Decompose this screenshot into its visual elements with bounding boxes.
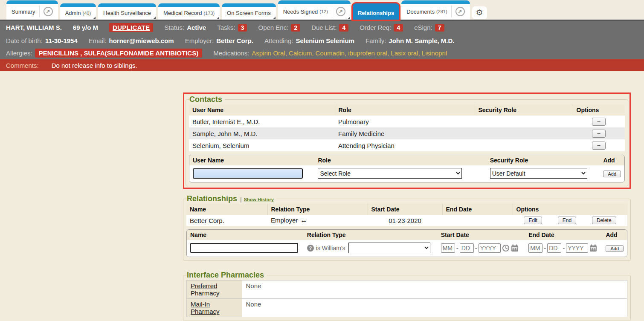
- attending-value: Selenium Selenium: [296, 37, 354, 44]
- add-contact-col-role: Role: [314, 155, 486, 165]
- contact-user-name: Butler, Internist E., M.D.: [189, 116, 335, 127]
- user-name-input[interactable]: [193, 168, 303, 179]
- remove-contact-button[interactable]: –: [592, 142, 605, 150]
- contact-role: Pulmonary: [335, 116, 475, 127]
- relation-type-select[interactable]: [348, 243, 430, 253]
- family-value: John M. Sample, M.D.: [389, 37, 454, 44]
- add-rel-col-start-date: Start Date: [438, 230, 525, 240]
- comments-label: Comments:: [6, 62, 39, 69]
- add-relationship-form: Name Relation Type Start Date End Date A…: [186, 229, 627, 257]
- tab-divider: [332, 6, 332, 17]
- menu-corner-icon: [273, 17, 276, 19]
- delete-relationship-button[interactable]: Delete: [592, 217, 616, 224]
- tab-label: On Screen Forms: [227, 10, 271, 16]
- tab-admin[interactable]: Admin (40): [60, 3, 96, 20]
- duplicate-badge[interactable]: DUPLICATE: [109, 23, 153, 32]
- tab-count: (281): [436, 9, 447, 14]
- patient-summary-row: HART, WILLIAM S. 69 y/o M DUPLICATE Stat…: [0, 20, 644, 35]
- pharmacies-section-title: Interface Pharmacies: [187, 271, 264, 280]
- show-history-link[interactable]: Show History: [244, 197, 274, 202]
- tab-label: Admin: [65, 10, 81, 16]
- table-row: Preferred Pharmacy None: [187, 281, 627, 299]
- contacts-col-security-role: Security Role: [475, 104, 573, 116]
- rel-col-name: Name: [186, 204, 267, 215]
- add-contact-col-security-role: Security Role: [487, 155, 600, 165]
- comments-value: Do not release info to siblings.: [52, 62, 137, 69]
- contact-security-role: [475, 116, 573, 127]
- remove-contact-button[interactable]: –: [592, 130, 605, 138]
- tab-health-surveillance[interactable]: Health Surveillance: [98, 3, 156, 20]
- open-new-window-icon[interactable]: ↗: [455, 7, 465, 16]
- add-relationship-button[interactable]: Add: [606, 245, 624, 252]
- dob-label: Date of birth:: [6, 37, 43, 44]
- table-row: Sample, John M., M.D. Family Medicine –: [189, 127, 625, 139]
- mail-in-pharmacy-value: None: [242, 299, 627, 317]
- contacts-section: Contacts User Name Role Security Role Op…: [186, 95, 628, 186]
- role-select[interactable]: Select Role: [318, 168, 462, 179]
- esign-count-badge[interactable]: 7: [435, 24, 444, 32]
- tab-on-screen-forms[interactable]: On Screen Forms: [222, 3, 276, 20]
- allergies-badge[interactable]: PENICILLINS , SULFA(SULFONAMIDE ANTIBIOT…: [35, 49, 202, 58]
- tab-medical-record[interactable]: Medical Record (173): [158, 3, 220, 20]
- tasks-count-badge[interactable]: 3: [238, 24, 247, 32]
- add-contact-col-add: Add: [600, 155, 624, 165]
- add-contact-button[interactable]: Add: [603, 171, 621, 177]
- start-date-day-input[interactable]: [460, 243, 474, 253]
- pharmacies-table: Preferred Pharmacy None Mail-In Pharmacy…: [186, 280, 627, 317]
- calendar-icon[interactable]: [511, 244, 519, 252]
- contacts-col-role: Role: [335, 104, 475, 116]
- open-new-window-icon[interactable]: ↗: [336, 7, 345, 16]
- tab-label: Medical Record: [163, 10, 202, 16]
- patient-name: HART, WILLIAM S.: [6, 24, 62, 31]
- edit-relationship-button[interactable]: Edit: [524, 217, 542, 224]
- allergies-label: Allergies:: [6, 49, 32, 57]
- order-req-count-badge[interactable]: 4: [394, 24, 403, 32]
- tab-needs-signed[interactable]: Needs Signed (12) ↗: [278, 0, 351, 20]
- relationships-page-content: Contacts User Name Role Security Role Op…: [183, 93, 631, 321]
- add-contact-form: User Name Role Security Role Add Select …: [189, 155, 625, 182]
- remove-contact-button[interactable]: –: [592, 118, 605, 126]
- end-relationship-button[interactable]: End: [558, 217, 576, 224]
- open-enc-label: Open Enc:: [258, 24, 288, 31]
- medications-list[interactable]: Aspirin Oral, Calcium, Coumadin, ibuprof…: [252, 49, 447, 57]
- tab-settings[interactable]: ⚙: [472, 6, 487, 19]
- status-value: Active: [187, 24, 206, 31]
- add-contact-col-user-name: User Name: [189, 155, 314, 165]
- end-date-day-input[interactable]: [547, 243, 561, 253]
- open-enc-count-badge[interactable]: 2: [291, 24, 300, 32]
- open-new-window-icon[interactable]: ↗: [44, 7, 53, 16]
- end-date-month-input[interactable]: [528, 243, 542, 253]
- due-list-label: Due List:: [311, 24, 337, 31]
- relationship-start-date: 01-23-2020: [368, 215, 442, 226]
- menu-corner-icon: [348, 17, 350, 19]
- due-list-count-badge[interactable]: 4: [339, 24, 348, 32]
- add-rel-col-name: Name: [187, 230, 304, 240]
- rel-col-end-date: End Date: [442, 204, 513, 215]
- patient-details-row: Date of birth: 11-30-1954 Email: horner@…: [0, 35, 644, 46]
- date-separator: -: [563, 244, 565, 252]
- relationship-name-input[interactable]: [190, 243, 298, 253]
- calendar-icon[interactable]: [589, 244, 597, 252]
- menu-corner-icon: [217, 17, 219, 19]
- add-rel-col-relation-type: Relation Type: [304, 230, 438, 240]
- family-label: Family:: [366, 37, 386, 44]
- contact-role: Attending Physician: [335, 139, 475, 151]
- tab-count: (12): [319, 9, 328, 14]
- tab-relationships[interactable]: Relationships: [353, 3, 399, 20]
- end-date-year-input[interactable]: [566, 243, 588, 253]
- start-date-month-input[interactable]: [441, 243, 455, 253]
- patient-chart-tabbar: Summary ↗ Admin (40) Health Surveillance…: [0, 0, 644, 20]
- relationship-name: Better Corp.: [186, 215, 267, 226]
- clock-icon[interactable]: [502, 244, 510, 252]
- mail-in-pharmacy-link[interactable]: Mail-In Pharmacy: [191, 301, 220, 315]
- tab-documents[interactable]: Documents (281) ↗: [401, 0, 470, 20]
- security-role-select[interactable]: User Default: [490, 168, 587, 179]
- employer-label: Employer:: [185, 37, 214, 44]
- order-req-label: Order Req:: [360, 24, 391, 31]
- tab-summary[interactable]: Summary ↗: [6, 0, 58, 20]
- preferred-pharmacy-link[interactable]: Preferred Pharmacy: [191, 282, 220, 297]
- help-icon[interactable]: ?: [307, 245, 314, 252]
- start-date-year-input[interactable]: [479, 243, 501, 253]
- email-label: Email:: [89, 37, 107, 44]
- employer-value: Better Corp.: [216, 37, 253, 44]
